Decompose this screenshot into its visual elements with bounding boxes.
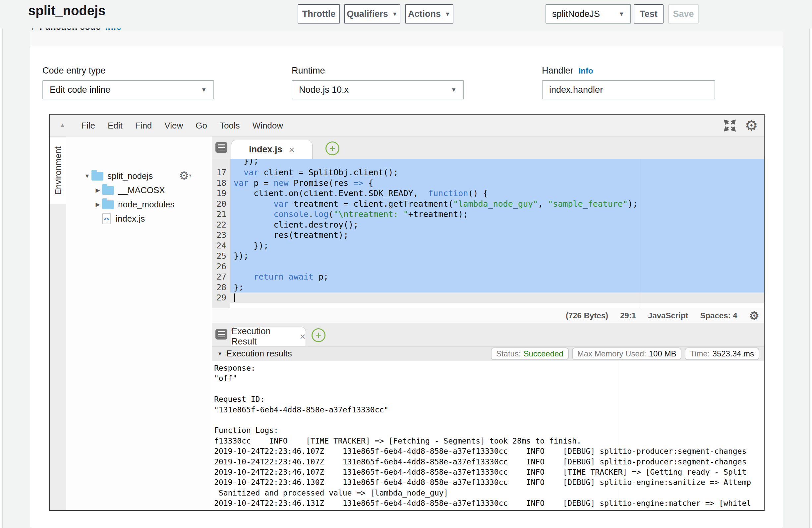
browser-scrollbar-track[interactable] [809, 0, 812, 528]
chevron-down-icon: ▼ [445, 11, 450, 17]
code-token: }; [234, 282, 244, 292]
menu-edit[interactable]: Edit [108, 120, 122, 131]
line-number: 18 [212, 178, 226, 189]
code-token: Promise(res [289, 178, 354, 188]
menu-go[interactable]: Go [195, 120, 207, 131]
tree-item-label: node_modules [118, 200, 175, 210]
editor-tabbar: index.js × + [212, 136, 764, 159]
caret-collapsed-icon[interactable]: ▶ [93, 201, 102, 208]
tab-index-js[interactable]: index.js × [231, 140, 313, 159]
runtime-select[interactable]: Node.js 10.x ▼ [292, 80, 464, 99]
editor-statusbar: (726 Bytes)29:1JavaScriptSpaces: 4 ⚙ [212, 308, 764, 323]
statusbar-settings-gear-icon[interactable]: ⚙ [749, 310, 759, 321]
code-token: { [363, 178, 373, 188]
handler-input[interactable]: index.handler [542, 80, 715, 99]
code-token: client.on(client.Event.SDK_READY, [234, 189, 428, 198]
tree-item-split-nodejs[interactable]: ▼split_nodejs [83, 169, 153, 183]
qualifiers-label: Qualifiers [347, 9, 388, 19]
line-number: 25 [212, 251, 226, 261]
throttle-button[interactable]: Throttle [298, 4, 340, 24]
gutter-pad [212, 159, 226, 167]
new-tab-button[interactable]: + [311, 328, 325, 342]
close-icon[interactable]: × [300, 331, 306, 342]
tab-list-icon[interactable] [215, 142, 227, 153]
code-line-26 [230, 261, 764, 272]
collapse-menubar-icon[interactable]: ▲ [60, 122, 65, 129]
menu-find[interactable]: Find [135, 120, 152, 131]
badge-value: Succeeded [524, 349, 563, 358]
badge-label: Time: [690, 349, 710, 358]
code-token: () { [468, 189, 488, 198]
editor-settings-gear-icon[interactable]: ⚙ [745, 118, 758, 133]
tab-index-js-label: index.js [249, 144, 282, 155]
code-editor-area[interactable]: 17181920212223242526272829 }); var clien… [212, 159, 764, 308]
code-token: +treatment); [408, 209, 468, 219]
code-line-19: client.on(client.Event.SDK_READY, functi… [230, 188, 764, 199]
keyword-token: => [353, 178, 363, 188]
keyword-token: function [428, 189, 468, 198]
editor-menubar: ▲ FileEditFindViewGoToolsWindow ⚙ [50, 115, 764, 136]
code-line-22: client.destroy(); [230, 220, 764, 230]
tree-item-node-modules[interactable]: ▶node_modules [93, 197, 175, 212]
tree-item---macosx[interactable]: ▶__MACOSX [93, 183, 165, 197]
line-number: 27 [212, 272, 226, 282]
tab-list-icon[interactable] [215, 329, 227, 339]
keyword-token: var [273, 199, 288, 209]
line-number: 26 [212, 261, 226, 272]
menu-view[interactable]: View [164, 120, 183, 131]
caret-expanded-icon[interactable]: ▼ [83, 173, 91, 179]
line-number-gutter: 17181920212223242526272829 [212, 159, 230, 308]
tab-execution-result-label: Execution Result [231, 326, 293, 347]
save-button[interactable]: Save [668, 4, 699, 24]
js-file-icon: <> [102, 213, 111, 224]
folder-icon [102, 186, 114, 195]
code-entry-type-select[interactable]: Edit code inline ▼ [42, 80, 214, 99]
caret-collapsed-icon[interactable]: ▶ [93, 187, 102, 194]
tree-item-index.js[interactable]: <>index.js [93, 212, 145, 226]
chevron-down-icon: ▼ [451, 86, 457, 93]
execution-results-header: ▼ Execution results Status:SucceededMax … [212, 347, 764, 361]
new-tab-button[interactable]: + [325, 142, 339, 155]
environment-tab[interactable]: Environment [50, 137, 66, 204]
code-token: }); [234, 241, 269, 250]
line-number: 24 [212, 240, 226, 251]
language-mode[interactable]: JavaScript [648, 311, 688, 320]
menu-file[interactable]: File [81, 120, 95, 131]
qualifiers-button[interactable]: Qualifiers ▼ [344, 4, 400, 24]
badge-label: Status: [496, 349, 521, 358]
indent-setting[interactable]: Spaces: 4 [700, 311, 737, 320]
execution-results-title[interactable]: ▼ Execution results [217, 349, 292, 359]
handler-info-link[interactable]: Info [579, 66, 593, 75]
close-icon[interactable]: × [289, 144, 295, 155]
handler-label: HandlerInfo [542, 65, 593, 76]
menu-tools[interactable]: Tools [220, 120, 240, 131]
line-number: 17 [212, 167, 226, 178]
code-line-25: }); [230, 251, 764, 261]
file-tree-panel: ▼split_nodejs▶__MACOSX▶node_modules<>ind… [66, 136, 212, 511]
test-button[interactable]: Test [634, 4, 664, 24]
cursor-position[interactable]: 29:1 [620, 311, 636, 320]
code-token: ); [628, 199, 638, 209]
code-line-24: }); [230, 240, 764, 251]
status-badge: Status:Succeeded [491, 348, 569, 360]
handler-label-text: Handler [542, 65, 574, 75]
menu-bar-items: FileEditFindViewGoToolsWindow [81, 115, 283, 136]
tree-settings-gear-icon[interactable]: ⚙▾ [179, 169, 191, 182]
test-event-select[interactable]: splitNodeJS ▼ [546, 4, 631, 24]
code-line-17: var client = SplitObj.client(); [230, 167, 764, 178]
code-line-23: res(treatment); [230, 230, 764, 240]
actions-button[interactable]: Actions ▼ [405, 4, 453, 24]
line-number: 29 [212, 293, 226, 303]
menubar-icons: ⚙ [723, 115, 758, 136]
fullscreen-icon[interactable] [723, 119, 737, 132]
code-token [234, 167, 244, 177]
test-label: Test [640, 9, 657, 19]
page-title: split_nodejs [28, 3, 105, 18]
code-token [234, 209, 273, 219]
code-token [234, 272, 253, 281]
menu-window[interactable]: Window [252, 120, 283, 131]
tab-execution-result[interactable]: Execution Result × [231, 327, 306, 346]
lambda-console-screen: ▼ Function codeInfo split_nodejs Throttl… [0, 0, 812, 528]
code-line-29 [230, 293, 764, 303]
keyword-token: new [273, 178, 288, 188]
